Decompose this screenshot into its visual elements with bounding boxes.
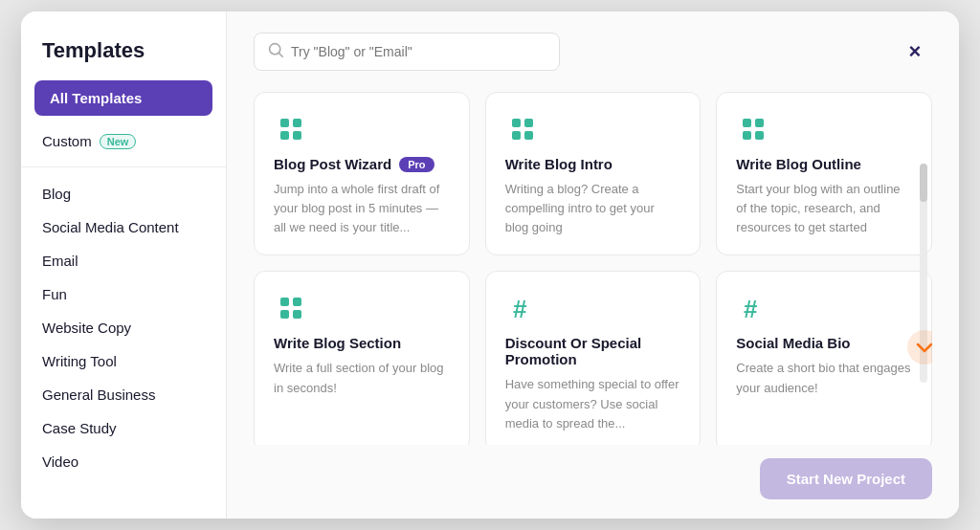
svg-rect-3 [293,119,301,127]
sidebar-item-video[interactable]: Video [21,445,226,478]
card-icon-social-media-bio: # [736,291,770,325]
sidebar-item-website-copy[interactable]: Website Copy [21,311,226,344]
sidebar-item-general-business[interactable]: General Business [21,378,226,411]
svg-rect-4 [280,131,289,140]
svg-line-1 [279,54,283,57]
card-title-row: Write Blog Section [274,335,450,351]
card-title: Discount Or Special Promotion [505,335,681,367]
custom-label: Custom [42,133,92,149]
sidebar-divider [21,166,226,167]
card-title-row: Social Media Bio [736,335,912,351]
new-badge: New [100,134,137,149]
close-button[interactable]: × [898,34,932,69]
card-description: Writing a blog? Create a compelling intr… [505,180,681,237]
card-discount-special[interactable]: # Discount Or Special Promotion Have som… [485,271,702,445]
card-write-blog-section[interactable]: Write Blog Section Write a full section … [254,271,470,445]
sidebar-item-writing-tool[interactable]: Writing Tool [21,344,226,378]
sidebar-item-blog[interactable]: Blog [21,177,226,210]
svg-rect-15 [293,298,301,306]
sidebar-item-fun[interactable]: Fun [21,277,226,311]
pro-badge: Pro [399,157,434,172]
search-bar[interactable] [254,33,560,71]
card-title: Write Blog Section [274,335,401,351]
cards-area: Blog Post Wizard Pro Jump into a whole f… [254,92,932,445]
svg-rect-13 [755,131,764,140]
svg-rect-10 [743,119,751,127]
svg-text:#: # [744,295,758,321]
start-new-project-button[interactable]: Start New Project [760,458,932,499]
card-write-blog-outline[interactable]: Write Blog Outline Start your blog with … [716,92,932,255]
search-input[interactable] [291,44,546,59]
svg-rect-17 [293,310,301,319]
templates-modal: Templates All Templates Custom New BlogS… [21,11,959,519]
card-title-row: Write Blog Outline [736,156,912,172]
card-title: Blog Post Wizard [274,156,391,172]
svg-rect-16 [280,310,289,319]
svg-rect-14 [280,298,289,306]
card-icon-discount-special: # [505,291,540,325]
card-icon-blog-post-wizard [274,112,308,146]
card-icon-write-blog-section [274,291,308,325]
svg-rect-7 [524,119,533,127]
card-description: Jump into a whole first draft of your bl… [274,180,450,237]
svg-rect-11 [755,119,764,127]
svg-rect-9 [524,131,533,140]
svg-rect-12 [743,131,751,140]
sidebar-item-case-study[interactable]: Case Study [21,411,226,445]
svg-rect-2 [280,119,289,127]
sidebar-item-all-templates[interactable]: All Templates [34,80,212,116]
scroll-down-arrow [907,330,932,368]
card-write-blog-intro[interactable]: Write Blog Intro Writing a blog? Create … [485,92,702,255]
svg-rect-6 [512,119,521,127]
card-description: Have something special to offer your cus… [505,375,681,432]
card-title: Write Blog Outline [736,156,861,172]
card-blog-post-wizard[interactable]: Blog Post Wizard Pro Jump into a whole f… [254,92,470,255]
card-icon-write-blog-outline [736,112,770,146]
sidebar-item-custom[interactable]: Custom New [21,125,226,157]
card-icon-write-blog-intro [505,112,540,146]
card-description: Write a full section of your blog in sec… [274,359,450,397]
card-title-row: Write Blog Intro [505,156,681,172]
modal-footer: Start New Project [254,445,932,499]
svg-rect-8 [512,131,521,140]
card-title-row: Discount Or Special Promotion [505,335,681,367]
card-title: Social Media Bio [736,335,850,351]
main-header: × [254,33,932,71]
card-description: Start your blog with an outline of the t… [736,180,912,237]
card-description: Create a short bio that engages your aud… [736,359,912,397]
card-social-media-bio[interactable]: # Social Media Bio Create a short bio th… [716,271,932,445]
sidebar-item-social-media-content[interactable]: Social Media Content [21,210,226,244]
card-title: Write Blog Intro [505,156,612,172]
svg-text:#: # [513,295,527,321]
scroll-thumb [920,164,927,202]
main-content: × Blog Post Wizard Pro Jump into a whole… [227,11,959,519]
card-title-row: Blog Post Wizard Pro [274,156,450,172]
svg-rect-5 [293,131,301,140]
cards-scroll[interactable]: Blog Post Wizard Pro Jump into a whole f… [254,92,932,445]
sidebar: Templates All Templates Custom New BlogS… [21,11,227,519]
cards-grid: Blog Post Wizard Pro Jump into a whole f… [254,92,932,445]
modal-backdrop: Templates All Templates Custom New BlogS… [0,0,980,530]
search-icon [268,42,283,61]
sidebar-title: Templates [21,38,226,80]
sidebar-nav: BlogSocial Media ContentEmailFunWebsite … [21,177,226,478]
sidebar-item-email[interactable]: Email [21,244,226,277]
